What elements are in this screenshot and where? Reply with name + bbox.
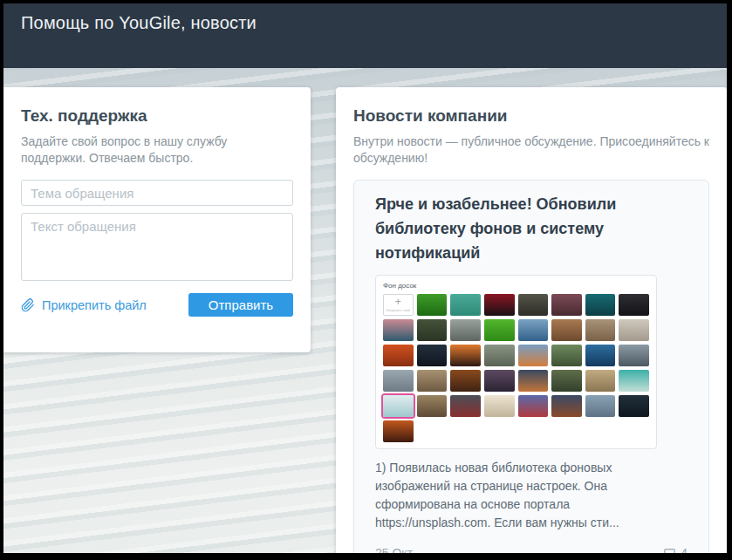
support-panel-title: Тех. поддержка [21,106,293,126]
subject-input[interactable] [21,180,293,206]
post-image: Фон досок + Загрузить свой [375,275,657,449]
post-comments-badge: 4 [663,546,688,553]
support-panel-description: Задайте свой вопрос в нашу службу поддер… [21,133,293,167]
background-thumbnail [551,319,582,341]
background-thumbnail [619,370,649,392]
background-thumbnail [518,395,549,417]
post-title: Ярче и юзабельнее! Обновили библиотеку ф… [375,192,681,265]
background-thumbnail [619,395,649,417]
background-thumbnail [585,395,616,417]
news-panel-title: Новости компании [353,106,709,126]
attach-file-link[interactable]: Прикрепить файл [21,298,147,312]
background-thumbnail [551,395,582,417]
background-thumbnail [585,345,616,366]
background-thumbnail [383,395,414,417]
background-thumbnail [585,319,616,341]
paperclip-icon [21,298,35,312]
background-thumbnail [518,319,549,341]
comment-bubble-icon [663,547,676,554]
background-thumbnail [484,294,515,316]
background-thumbnail [484,370,515,392]
background-thumbnail [518,345,549,366]
background-thumbnail [450,395,481,417]
background-thumbnail [450,345,481,366]
background-thumbnail [450,370,481,392]
send-button[interactable]: Отправить [188,293,293,317]
background-thumbnail [551,370,582,392]
background-thumbnail [417,395,448,417]
news-panel: Новости компании Внутри новости — публич… [336,87,727,553]
background-thumbnail [518,294,549,316]
background-thumbnail [518,370,549,392]
background-thumbnail [417,345,448,366]
background-thumbnail [585,294,616,316]
background-thumbnail [484,395,515,417]
news-post-card[interactable]: Ярче и юзабельнее! Обновили библиотеку ф… [353,180,709,553]
background-thumbnail [383,345,414,366]
post-excerpt: 1) Появилась новая библиотека фоновых из… [375,459,688,532]
support-panel: Тех. поддержка Задайте свой вопрос в наш… [3,87,311,352]
plus-icon: + [395,297,401,306]
background-thumbnail [383,370,414,392]
background-thumbnail [551,345,582,366]
post-comments-count: 4 [681,546,688,553]
screenshot-frame: Помощь по YouGile, новости Тех. поддержк… [0,0,732,560]
background-thumbnail [417,294,448,316]
upload-background-tile: + Загрузить свой [383,294,414,316]
background-thumbnails-grid: + Загрузить свой [383,294,649,442]
form-actions-row: Прикрепить файл Отправить [21,293,293,317]
background-thumbnail [585,370,616,392]
app-header: Помощь по YouGile, новости [3,3,727,68]
embed-label: Фон досок [383,282,649,290]
background-thumbnail [619,294,649,316]
background-thumbnail [484,319,515,341]
background-thumbnail [619,345,649,366]
background-thumbnail [619,319,649,341]
message-textarea[interactable] [21,213,293,281]
background-thumbnail [383,319,414,341]
page-title: Помощь по YouGile, новости [21,13,257,33]
background-thumbnail [551,294,582,316]
page-background: Помощь по YouGile, новости Тех. поддержк… [3,3,727,553]
attach-file-label: Прикрепить файл [42,298,147,312]
background-thumbnail [450,294,481,316]
background-thumbnail [383,420,414,442]
news-panel-description: Внутри новости — публичное обсуждение. П… [353,133,709,167]
background-thumbnail [450,319,481,341]
background-thumbnail [484,345,515,366]
upload-tile-label: Загрузить свой [386,308,410,312]
post-footer: 25 Окт 4 [375,546,688,553]
post-date: 25 Окт [375,546,413,553]
background-thumbnail [417,370,448,392]
background-thumbnail [417,319,448,341]
